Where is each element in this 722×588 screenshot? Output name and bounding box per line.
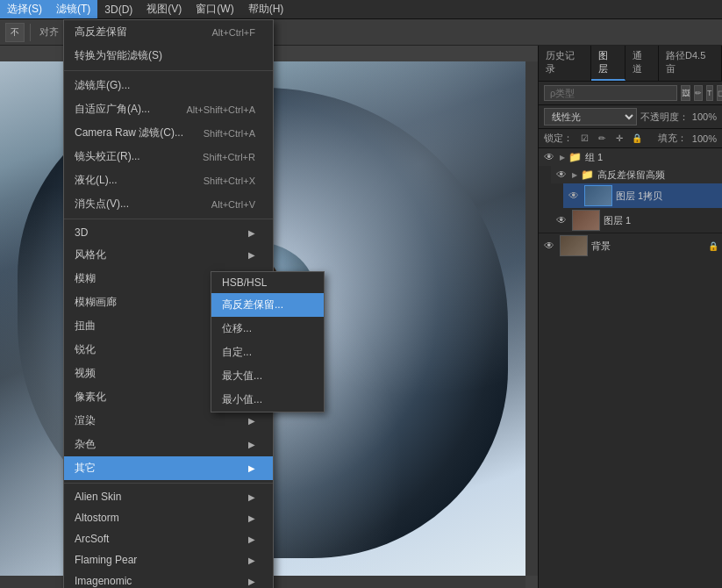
menu-filter-gallery[interactable]: 滤镜库(G)...	[64, 74, 273, 97]
menu-select[interactable]: 选择(S)	[0, 0, 49, 18]
submenu-hsb[interactable]: HSB/HSL	[211, 272, 324, 293]
menu-noise[interactable]: 杂色 ▶	[64, 433, 273, 456]
menu-lens-correct[interactable]: 镜头校正(R)... Shift+Ctrl+R	[64, 145, 273, 169]
menu-3d[interactable]: 3D(D)	[97, 0, 139, 18]
layer-eye-copy[interactable]: 👁	[567, 189, 581, 203]
menu-convert-smart[interactable]: 转换为智能滤镜(S)	[64, 44, 273, 68]
align-label: 对齐	[39, 25, 59, 39]
menu-3d[interactable]: 3D ▶	[64, 222, 273, 243]
lock-icon-check[interactable]: ☑	[578, 133, 590, 145]
menu-high-pass-top[interactable]: 高反差保留 Alt+Ctrl+F	[64, 20, 273, 44]
menu-camera-raw[interactable]: Camera Raw 滤镜(C)... Shift+Ctrl+A	[64, 121, 273, 145]
menu-flaming-pear[interactable]: Flaming Pear ▶	[64, 549, 273, 570]
lock-icon-brush[interactable]: ✏	[596, 133, 608, 145]
submenu-custom[interactable]: 自定...	[211, 341, 324, 364]
layer-name-group1: 组 1	[585, 151, 718, 164]
submenu-maximum[interactable]: 最大值...	[211, 364, 324, 388]
opacity-value[interactable]: 100%	[692, 111, 717, 122]
layer-subgroup-hpf: 👁 ▶ 📁 高反差保留高频 👁 图层 1拷贝	[539, 166, 722, 208]
menu-render[interactable]: 渲染 ▶	[64, 409, 273, 433]
lock-label: 锁定：	[544, 132, 573, 145]
menu-sep1	[64, 70, 273, 71]
right-panel: 历史记录 图层 通道 路径D4.5亩 🖼 ✏ T ◻ 线性光 不透明度： 100…	[538, 46, 722, 588]
layers-icon-adj[interactable]: ✏	[694, 85, 703, 101]
lock-row: 锁定： ☑ ✏ ✛ 🔒 填充： 100%	[539, 129, 722, 148]
layer-eye-group1[interactable]: 👁	[542, 150, 556, 164]
menu-imagenomic[interactable]: Imagenomic ▶	[64, 570, 273, 588]
menu-altostorm[interactable]: Altostorm ▶	[64, 507, 273, 528]
not-btn[interactable]: 不	[5, 23, 25, 42]
layer-eye-bg[interactable]: 👁	[542, 239, 556, 253]
layer-group-1: 👁 ▶ 📁 组 1 👁 ▶ 📁 高反差保留高频	[539, 148, 722, 233]
fill-value[interactable]: 100%	[692, 133, 717, 144]
blend-row: 线性光 不透明度： 100%	[539, 105, 722, 129]
layer-triangle-group1: ▶	[560, 154, 565, 161]
layer-folder-hpf: 📁	[581, 169, 594, 181]
layer-eye-hpf[interactable]: 👁	[554, 168, 568, 182]
layer-folder-group1: 📁	[568, 151, 582, 163]
lock-icon-all[interactable]: 🔒	[631, 133, 643, 145]
layer-thumb-copy	[584, 185, 612, 206]
tab-history[interactable]: 历史记录	[539, 46, 591, 81]
layer-lock-icon: 🔒	[708, 241, 718, 251]
opacity-row: 不透明度： 100%	[640, 111, 717, 124]
menu-adaptive-wide[interactable]: 自适应广角(A)... Alt+Shift+Ctrl+A	[64, 97, 273, 121]
menu-vanishing-pt[interactable]: 消失点(V)... Alt+Ctrl+V	[64, 192, 273, 216]
layer-name-copy: 图层 1拷贝	[616, 190, 718, 203]
layers-icon-img[interactable]: 🖼	[681, 85, 690, 101]
lock-icon-move[interactable]: ✛	[613, 133, 625, 145]
menu-alien-skin[interactable]: Alien Skin ▶	[64, 486, 273, 507]
layers-list: 👁 ▶ 📁 组 1 👁 ▶ 📁 高反差保留高频	[539, 148, 722, 588]
layers-icon-type[interactable]: T	[706, 85, 713, 101]
layer-item-copy[interactable]: 👁 图层 1拷贝	[563, 183, 722, 208]
layer-triangle-hpf: ▶	[572, 171, 577, 179]
layers-search-row: 🖼 ✏ T ◻	[539, 82, 722, 105]
tab-layers[interactable]: 图层	[591, 46, 625, 81]
menu-other[interactable]: 其它 ▶	[64, 456, 273, 480]
opacity-label: 不透明度：	[640, 111, 689, 124]
menu-stylize[interactable]: 风格化 ▶	[64, 243, 273, 267]
layer-name-1: 图层 1	[604, 214, 718, 227]
toolbar-sep1	[30, 24, 31, 41]
panel-tabs: 历史记录 图层 通道 路径D4.5亩	[539, 46, 722, 82]
menubar: 选择(S) 滤镜(T) 3D(D) 视图(V) 窗口(W) 帮助(H)	[0, 0, 722, 19]
layer-thumb-bg	[560, 235, 588, 256]
vertical-scrollbar[interactable]	[525, 61, 538, 576]
layer-thumb-1	[572, 210, 600, 231]
fill-label: 填充：	[658, 132, 687, 145]
tab-paths[interactable]: 路径D4.5亩	[659, 46, 722, 81]
layer-name-hpf: 高反差保留高频	[597, 169, 718, 182]
menu-sep2	[64, 219, 273, 219]
submenu-qita: HSB/HSL 高反差保留... 位移... 自定... 最大值... 最小值.…	[211, 271, 325, 412]
tab-channels[interactable]: 通道	[625, 46, 660, 81]
layers-icon-shape[interactable]: ◻	[717, 85, 723, 101]
submenu-minimum[interactable]: 最小值...	[211, 388, 324, 412]
menu-filter[interactable]: 滤镜(T)	[49, 0, 97, 18]
layer-eye-1[interactable]: 👁	[554, 213, 568, 227]
layer-item-1[interactable]: 👁 图层 1	[551, 208, 722, 233]
layer-item-bg[interactable]: 👁 背景 🔒	[539, 233, 722, 258]
submenu-high-pass[interactable]: 高反差保留...	[211, 293, 324, 317]
menu-help[interactable]: 帮助(H)	[241, 0, 291, 18]
menu-view[interactable]: 视图(V)	[139, 0, 189, 18]
menu-sep3	[64, 483, 273, 484]
submenu-offset[interactable]: 位移...	[211, 317, 324, 341]
layer-item-copy-wrap: 👁 图层 1拷贝	[551, 183, 722, 208]
layer-group-1-header[interactable]: 👁 ▶ 📁 组 1	[539, 148, 722, 166]
layers-search-input[interactable]	[544, 85, 677, 101]
layer-item-1-wrap: 👁 图层 1	[539, 208, 722, 233]
layer-name-bg: 背景	[591, 240, 704, 253]
blend-mode-select[interactable]: 线性光	[544, 108, 637, 125]
menu-arcsoft[interactable]: ArcSoft ▶	[64, 528, 273, 549]
menu-liquify[interactable]: 液化(L)... Shift+Ctrl+X	[64, 169, 273, 192]
menu-window[interactable]: 窗口(W)	[189, 0, 240, 18]
layer-subgroup-hpf-header[interactable]: 👁 ▶ 📁 高反差保留高频	[551, 166, 722, 183]
